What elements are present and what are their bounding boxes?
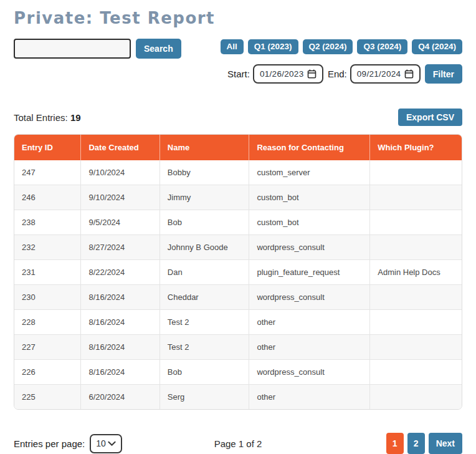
- quarter-filter-button[interactable]: Q2 (2024): [303, 39, 353, 54]
- chevron-down-icon: [108, 438, 116, 449]
- entries-per-page-value: 10: [96, 438, 106, 448]
- column-header: Which Plugin?: [370, 135, 462, 160]
- table-cell: other: [249, 310, 370, 335]
- table-row: 2479/10/2024Bobbycustom_server: [14, 160, 462, 185]
- calendar-icon[interactable]: [404, 69, 414, 79]
- table-cell: 8/16/2024: [81, 360, 159, 385]
- end-date-value: 09/21/2024: [357, 69, 401, 79]
- quarter-filter-button[interactable]: All: [221, 39, 244, 54]
- column-header: Date Created: [81, 135, 159, 160]
- entries-per-page-label: Entries per page:: [14, 438, 85, 449]
- page-number-button[interactable]: 2: [407, 433, 425, 454]
- table-cell: [370, 335, 462, 360]
- table-cell: 238: [14, 210, 81, 235]
- table-row: 2328/27/2024Johnny B Goodewordpress_cons…: [14, 235, 462, 260]
- table-cell: Jimmy: [159, 185, 249, 210]
- table-cell: Bob: [159, 360, 249, 385]
- table-cell: 226: [14, 360, 81, 385]
- page-title: Private: Test Report: [14, 9, 462, 27]
- quarter-filter-button[interactable]: Q3 (2024): [357, 39, 407, 54]
- table-row: 2318/22/2024Danplugin_feature_requestAdm…: [14, 260, 462, 285]
- table-cell: 8/16/2024: [81, 310, 159, 335]
- start-date-value: 01/26/2023: [260, 69, 304, 79]
- table-row: 2288/16/2024Test 2other: [14, 310, 462, 335]
- search-group: Search: [14, 39, 181, 59]
- table-cell: [370, 360, 462, 385]
- entries-per-page-group: Entries per page: 10: [14, 434, 176, 453]
- pagination-bar: Entries per page: 10 Page 1 of 2 12Next: [14, 433, 462, 454]
- export-csv-button[interactable]: Export CSV: [398, 109, 462, 126]
- date-filter-row: Start: 01/26/2023 End: 09/21/2024: [14, 64, 462, 84]
- table-row: 2469/10/2024Jimmycustom_bot: [14, 185, 462, 210]
- table-cell: [370, 385, 462, 410]
- table-cell: 9/5/2024: [81, 210, 159, 235]
- table-cell: custom_server: [249, 160, 370, 185]
- table-cell: 232: [14, 235, 81, 260]
- table-row: 2256/20/2024Sergother: [14, 385, 462, 410]
- table-cell: 8/16/2024: [81, 285, 159, 310]
- table-cell: [370, 310, 462, 335]
- table-cell: Johnny B Goode: [159, 235, 249, 260]
- table-cell: [370, 235, 462, 260]
- table-cell: 9/10/2024: [81, 160, 159, 185]
- table-cell: [370, 160, 462, 185]
- start-date-input[interactable]: 01/26/2023: [253, 64, 323, 84]
- table-cell: 246: [14, 185, 81, 210]
- page-number-button[interactable]: 1: [386, 433, 404, 454]
- table-cell: 227: [14, 335, 81, 360]
- end-date-input[interactable]: 09/21/2024: [350, 64, 421, 84]
- table-cell: wordpress_consult: [249, 285, 370, 310]
- column-header: Reason for Contacting: [249, 135, 370, 160]
- table-cell: wordpress_consult: [249, 235, 370, 260]
- table-cell: Admin Help Docs: [370, 260, 462, 285]
- table-cell: Bob: [159, 210, 249, 235]
- total-entries-value: 19: [70, 112, 81, 123]
- column-header: Entry ID: [14, 135, 81, 160]
- table-cell: 9/10/2024: [81, 185, 159, 210]
- table-cell: Cheddar: [159, 285, 249, 310]
- table-cell: 225: [14, 385, 81, 410]
- page-status: Page 1 of 2: [176, 438, 300, 449]
- table-cell: other: [249, 385, 370, 410]
- entries-per-page-select[interactable]: 10: [90, 434, 122, 453]
- table-body: 2479/10/2024Bobbycustom_server2469/10/20…: [14, 160, 462, 409]
- table-cell: Test 2: [159, 335, 249, 360]
- table-cell: custom_bot: [249, 185, 370, 210]
- page-buttons: 12Next: [300, 433, 462, 454]
- table-cell: 6/20/2024: [81, 385, 159, 410]
- start-date-label: Start:: [227, 69, 250, 79]
- quarter-filter-button[interactable]: Q4 (2024): [412, 39, 462, 54]
- table-row: 2268/16/2024Bobwordpress_consult: [14, 360, 462, 385]
- entries-table-wrap: Entry IDDate CreatedNameReason for Conta…: [14, 134, 462, 410]
- total-entries-label: Total Entries:: [14, 112, 68, 123]
- table-row: 2308/16/2024Cheddarwordpress_consult: [14, 285, 462, 310]
- table-cell: 8/16/2024: [81, 335, 159, 360]
- calendar-icon[interactable]: [307, 69, 317, 79]
- entries-table: Entry IDDate CreatedNameReason for Conta…: [14, 135, 462, 409]
- search-input[interactable]: [14, 39, 131, 59]
- table-cell: Test 2: [159, 310, 249, 335]
- table-cell: [370, 285, 462, 310]
- quarter-filter-group: AllQ1 (2023)Q2 (2024)Q3 (2024)Q4 (2024): [216, 39, 462, 54]
- filter-button[interactable]: Filter: [425, 64, 462, 84]
- column-header: Name: [159, 135, 249, 160]
- table-cell: 8/22/2024: [81, 260, 159, 285]
- search-button[interactable]: Search: [136, 39, 181, 59]
- table-cell: Dan: [159, 260, 249, 285]
- table-cell: Bobby: [159, 160, 249, 185]
- table-cell: other: [249, 335, 370, 360]
- table-header: Entry IDDate CreatedNameReason for Conta…: [14, 135, 462, 160]
- table-cell: 8/27/2024: [81, 235, 159, 260]
- end-date-label: End:: [328, 69, 347, 79]
- table-cell: custom_bot: [249, 210, 370, 235]
- table-cell: 247: [14, 160, 81, 185]
- quarter-filter-button[interactable]: Q1 (2023): [248, 39, 298, 54]
- table-cell: plugin_feature_request: [249, 260, 370, 285]
- summary-row: Total Entries: 19 Export CSV: [14, 109, 462, 126]
- table-cell: wordpress_consult: [249, 360, 370, 385]
- table-cell: Serg: [159, 385, 249, 410]
- top-toolbar: Search AllQ1 (2023)Q2 (2024)Q3 (2024)Q4 …: [14, 39, 462, 59]
- report-page: Private: Test Report Search AllQ1 (2023)…: [0, 0, 476, 454]
- next-page-button[interactable]: Next: [429, 433, 462, 454]
- total-entries: Total Entries: 19: [14, 112, 81, 123]
